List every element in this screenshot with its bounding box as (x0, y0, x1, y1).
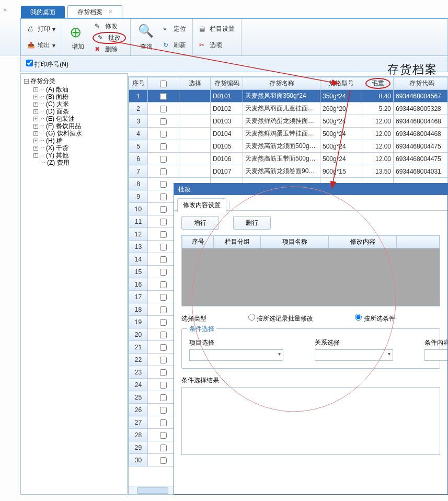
export-icon: 📤 (27, 41, 36, 50)
row-checkbox[interactable] (148, 90, 179, 103)
scrollbar-thumb[interactable] (137, 487, 168, 494)
search-icon: 🔍 (138, 24, 155, 40)
dcol-rn[interactable]: 序号 (182, 236, 214, 248)
plus-icon: ⊕ (70, 24, 86, 40)
row-checkbox[interactable] (148, 103, 179, 115)
table-row[interactable]: 2D0102天麦然凤羽面儿童挂面…260g*205.20693446800532… (129, 103, 449, 115)
tree-item[interactable]: +⋯(A) 散油 (33, 86, 124, 93)
dialog-tab-content[interactable]: 修改内容设置 (177, 198, 226, 212)
tree-item[interactable]: +⋯(D) 面条 (33, 108, 124, 115)
row-checkbox[interactable] (148, 115, 179, 128)
options-button[interactable]: ✂选项 (197, 40, 237, 51)
edit-items-grid-body[interactable] (182, 248, 440, 306)
expand-icon[interactable]: + (33, 124, 38, 129)
row-checkbox[interactable] (148, 140, 179, 153)
expand-icon[interactable]: + (33, 95, 38, 99)
page-title: 存货档案 (387, 62, 438, 77)
tree-item[interactable]: +⋯(E) 包装油 (33, 115, 124, 122)
delete-button[interactable]: ✖删除 (93, 44, 126, 55)
column-settings-button[interactable]: ▤栏目设置 (197, 24, 237, 35)
expand-icon[interactable]: + (33, 139, 38, 143)
table-row[interactable]: 5D0105天麦然高筋龙须面500g*24500g*2412.006934468… (129, 140, 449, 153)
table-row[interactable]: 3D0103天麦然鲜鸡蛋龙须挂面…500g*2412.0069344680044… (129, 115, 449, 128)
proj-label: 项目选择 (189, 338, 283, 347)
table-row[interactable]: 1D0101天麦然凤羽面350g*24350g*248.406934468004… (129, 90, 449, 103)
category-tree: −存货分类 +⋯(A) 散油+⋯(B) 面粉+⋯(C) 大米+⋯(D) 面条+⋯… (20, 73, 128, 495)
rel-label: 关系选择 (315, 338, 393, 347)
value-input[interactable] (424, 349, 447, 361)
expand-icon[interactable]: + (33, 87, 38, 92)
tab-strip: × 我的桌面 存货档案 × (0, 5, 448, 18)
expand-icon[interactable]: + (33, 102, 38, 107)
batch-edit-dialog: 批改 修改内容设置 增行 删行 序号 栏目分组 项目名称 修改内容 选择类型 按… (174, 183, 448, 495)
tree-item[interactable]: +⋯(Y) 其他 (33, 152, 124, 159)
tree-item[interactable]: +⋯(C) 大米 (33, 100, 124, 108)
row-checkbox[interactable] (148, 128, 179, 140)
tree-item[interactable]: +⋯(B) 面粉 (33, 93, 124, 100)
tree-item[interactable]: +⋯(G) 饮料酒水 (33, 130, 124, 137)
edit-items-grid: 序号 栏目分组 项目名称 修改内容 (181, 235, 440, 306)
col-weight[interactable]: 毛重 (362, 77, 394, 90)
val-label: 条件内容 (424, 338, 447, 347)
batch-edit-button[interactable]: ✎批改 (93, 32, 126, 44)
columns-icon: ▤ (199, 25, 208, 33)
query-button[interactable]: 🔍查询 (135, 21, 158, 53)
tab-desktop[interactable]: 我的桌面 (21, 6, 65, 19)
table-row[interactable]: 6D0106天麦然高筋玉带面500g*24500g*2412.006934468… (129, 153, 449, 165)
add-button[interactable]: ⊕增加 (66, 21, 89, 53)
expand-icon[interactable]: + (33, 146, 38, 151)
result-box[interactable] (181, 387, 440, 455)
table-row[interactable]: 4D0104天麦然鲜鸡蛋玉带挂面…500g*2412.0069344680044… (129, 128, 449, 140)
tab-close-icon[interactable]: × (109, 8, 112, 16)
row-checkbox[interactable] (148, 165, 179, 178)
refresh-button[interactable]: ↻刷新 (161, 40, 188, 51)
print-button[interactable]: 🖨打印 ▾ (25, 24, 58, 35)
relation-combo[interactable] (315, 349, 393, 361)
refresh-icon: ↻ (163, 41, 171, 50)
collapse-icon[interactable]: − (24, 79, 29, 84)
col-spec[interactable]: 规格型号 (320, 77, 362, 90)
col-select-all[interactable] (148, 77, 179, 90)
select-type-label: 选择类型 (181, 314, 206, 323)
locate-button[interactable]: ⌖定位 (161, 24, 188, 35)
close-icon[interactable]: × (3, 6, 7, 14)
tab-archive-label: 存货档案 (77, 8, 102, 16)
edit-button[interactable]: ✎修改 (93, 21, 126, 32)
dcol-content[interactable]: 修改内容 (329, 236, 397, 248)
expand-icon[interactable]: + (33, 153, 38, 158)
expand-icon[interactable]: + (33, 117, 38, 121)
target-icon: ⌖ (163, 25, 171, 33)
tab-archive[interactable]: 存货档案 × (67, 5, 122, 18)
dcol-extra (397, 236, 440, 248)
delete-row-button[interactable]: 删行 (233, 216, 271, 230)
project-combo[interactable] (189, 349, 283, 361)
row-checkbox[interactable] (148, 153, 179, 165)
pencil-icon: ✎ (95, 22, 103, 31)
condition-fieldset: 条件选择 项目选择 关系选择 条件内容 (181, 328, 440, 369)
printer-icon: 🖨 (27, 25, 36, 33)
print-seq-checkbox[interactable]: 打印序号(N) (26, 61, 68, 68)
tree-item[interactable]: ⋯(Z) 费用 (33, 159, 124, 166)
expand-icon[interactable]: + (33, 131, 38, 136)
radio-by-condition[interactable]: 按所选条件 (355, 314, 395, 323)
dcol-item[interactable]: 项目名称 (261, 236, 329, 248)
col-name[interactable]: 存货名称 (243, 77, 320, 90)
col-code[interactable]: 存货编码 (211, 77, 243, 90)
add-row-button[interactable]: 增行 (181, 216, 219, 230)
ribbon: 🖨打印 ▾ 📤输出 ▾ ⊕增加 ✎修改 ✎批改 ✖删除 🔍查询 ⌖定位 ↻刷新 … (20, 18, 448, 56)
tree-item[interactable]: +⋯(X) 干货 (33, 144, 124, 152)
col-select[interactable]: 选择 (179, 77, 211, 90)
output-button[interactable]: 📤输出 ▾ (25, 40, 58, 51)
tree-item[interactable]: +⋯(H) 糖 (33, 137, 124, 144)
result-label: 条件选择结果 (181, 376, 440, 385)
table-row[interactable]: 7D0107天麦然高筋龙须卷面90…900g*1513.506934468004… (129, 165, 449, 178)
tree-root[interactable]: −存货分类 (24, 77, 124, 86)
radio-by-selection[interactable]: 按所选记录批量修改 (248, 314, 313, 323)
ribbon-left-gutter (0, 18, 20, 56)
dcol-group[interactable]: 栏目分组 (214, 236, 261, 248)
col-barcode[interactable]: 存货代码 (394, 77, 449, 90)
batch-icon: ✎ (98, 34, 106, 42)
col-rn[interactable]: 序号 (129, 77, 148, 90)
tree-item[interactable]: +⋯(F) 餐饮用品 (33, 122, 124, 130)
expand-icon[interactable]: + (33, 109, 38, 114)
